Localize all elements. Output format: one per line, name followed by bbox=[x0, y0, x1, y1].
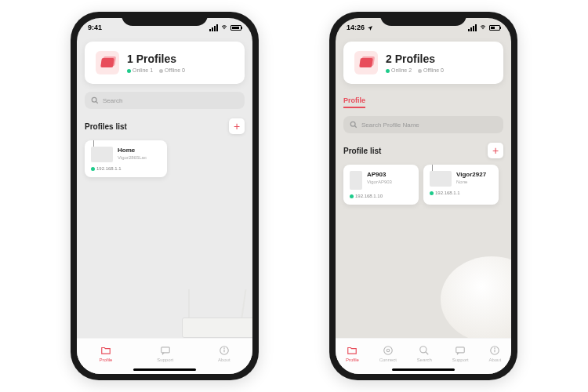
profiles-status-line: Online 1 Offline 0 bbox=[127, 67, 185, 73]
profiles-summary-text: 1 Profiles Online 1 Offline 0 bbox=[127, 53, 185, 73]
nav-item-support[interactable]: Support bbox=[157, 345, 173, 362]
search-icon bbox=[350, 121, 358, 129]
plus-icon: + bbox=[492, 144, 499, 157]
profile-card-ip: 192.168.1.10 bbox=[350, 194, 412, 198]
profile-list-title: Profiles list bbox=[85, 122, 127, 131]
battery-icon bbox=[230, 25, 241, 31]
offline-dot-icon bbox=[159, 69, 163, 73]
nav-item-about[interactable]: About bbox=[488, 345, 501, 362]
add-profile-button[interactable]: + bbox=[229, 118, 245, 134]
device-thumbnail-icon bbox=[430, 171, 452, 187]
profile-card-name: Home bbox=[118, 147, 147, 154]
online-dot-icon bbox=[386, 69, 390, 73]
online-dot-icon bbox=[430, 191, 434, 195]
svg-point-10 bbox=[420, 346, 426, 352]
offline-dot-icon bbox=[418, 69, 422, 73]
wifi-icon bbox=[479, 24, 487, 31]
profile-card[interactable]: AP903 VigorAP903 192.168.1.10 bbox=[343, 165, 419, 205]
search-input[interactable]: Search Profile Name bbox=[343, 116, 503, 133]
svg-line-1 bbox=[96, 101, 98, 103]
profile-card[interactable]: Vigor2927 None 192.168.1.1 bbox=[423, 165, 499, 205]
profile-list-header: Profiles list + bbox=[85, 118, 245, 134]
search-input[interactable]: Search bbox=[85, 92, 245, 109]
profiles-count-title: 2 Profiles bbox=[386, 53, 444, 65]
app-content: 2 Profiles Online 2 Offline 0 Profile Se… bbox=[336, 42, 511, 374]
svg-line-11 bbox=[426, 351, 429, 354]
connect-icon bbox=[383, 345, 394, 356]
nav-label: About bbox=[218, 358, 230, 362]
app-logo-icon bbox=[96, 51, 119, 74]
info-icon bbox=[489, 345, 500, 356]
phone-mockup-1: 9:41 1 Profiles Online 1 Offline 0 bbox=[71, 12, 259, 380]
svg-point-8 bbox=[384, 346, 393, 354]
profile-card-name: Vigor2927 bbox=[456, 171, 486, 178]
tab-profile[interactable]: Profile bbox=[343, 96, 365, 108]
wifi-icon bbox=[220, 24, 228, 31]
profile-card-list: Home Vigor2865Lac 192.168.1.1 bbox=[85, 140, 245, 177]
status-time: 9:41 bbox=[88, 24, 102, 31]
plus-icon: + bbox=[234, 120, 240, 132]
phone-mockup-2: 14:26 2 Profiles Online 2 Offline 0 bbox=[329, 12, 517, 380]
svg-point-0 bbox=[92, 97, 96, 102]
nav-label: Support bbox=[157, 358, 173, 362]
profiles-summary-card[interactable]: 2 Profiles Online 2 Offline 0 bbox=[343, 42, 503, 84]
signal-icon bbox=[209, 24, 218, 31]
nav-item-search[interactable]: Search bbox=[417, 345, 432, 362]
notch bbox=[122, 12, 208, 26]
profile-list-header: Profile list + bbox=[343, 143, 503, 158]
nav-item-support[interactable]: Support bbox=[452, 345, 469, 362]
profile-list-title: Profile list bbox=[343, 147, 381, 155]
nav-label: Support bbox=[452, 358, 469, 362]
chat-icon bbox=[455, 345, 466, 356]
nav-label: Connect bbox=[379, 358, 397, 362]
add-profile-button[interactable]: + bbox=[488, 143, 503, 158]
location-icon bbox=[367, 25, 373, 31]
tab-row: Profile bbox=[343, 92, 503, 108]
svg-point-6 bbox=[350, 122, 355, 126]
svg-point-15 bbox=[495, 347, 495, 348]
svg-point-9 bbox=[387, 349, 390, 352]
status-time: 14:26 bbox=[347, 24, 373, 31]
profile-card-name: AP903 bbox=[367, 171, 392, 178]
nav-label: Profile bbox=[346, 358, 359, 362]
home-indicator[interactable] bbox=[133, 368, 196, 371]
profile-card-ip: 192.168.1.1 bbox=[91, 166, 161, 171]
folder-icon bbox=[100, 345, 111, 356]
profile-card-model: VigorAP903 bbox=[367, 180, 392, 184]
info-icon bbox=[219, 345, 230, 356]
background-device-image bbox=[166, 299, 252, 338]
online-dot-icon bbox=[127, 69, 131, 73]
home-indicator[interactable] bbox=[392, 368, 455, 371]
online-dot-icon bbox=[350, 194, 354, 198]
device-thumbnail-icon bbox=[350, 171, 362, 190]
svg-rect-2 bbox=[161, 347, 169, 352]
screen: 9:41 1 Profiles Online 1 Offline 0 bbox=[77, 18, 252, 374]
search-placeholder: Search Profile Name bbox=[361, 122, 419, 129]
status-indicators bbox=[468, 24, 500, 31]
app-logo-icon bbox=[354, 51, 378, 74]
profile-card-model: None bbox=[456, 180, 486, 184]
chat-icon bbox=[160, 345, 171, 356]
screen: 14:26 2 Profiles Online 2 Offline 0 bbox=[336, 18, 511, 374]
online-dot-icon bbox=[91, 167, 95, 171]
profile-card[interactable]: Home Vigor2865Lac 192.168.1.1 bbox=[85, 140, 167, 177]
profiles-count-title: 1 Profiles bbox=[127, 53, 185, 65]
nav-item-profile[interactable]: Profile bbox=[346, 345, 359, 362]
profile-card-ip: 192.168.1.1 bbox=[430, 191, 492, 195]
search-placeholder: Search bbox=[103, 97, 122, 104]
profiles-summary-text: 2 Profiles Online 2 Offline 0 bbox=[386, 53, 444, 73]
notch bbox=[380, 12, 466, 26]
nav-label: Profile bbox=[99, 358, 112, 362]
app-content: 1 Profiles Online 1 Offline 0 Search Pro… bbox=[77, 42, 252, 374]
nav-item-connect[interactable]: Connect bbox=[379, 345, 397, 362]
nav-item-profile[interactable]: Profile bbox=[99, 345, 112, 362]
svg-rect-12 bbox=[456, 347, 465, 352]
signal-icon bbox=[468, 24, 477, 31]
search-icon bbox=[419, 345, 430, 356]
background-device-image bbox=[441, 256, 511, 343]
folder-icon bbox=[347, 345, 358, 356]
nav-item-about[interactable]: About bbox=[218, 345, 230, 362]
profile-card-model: Vigor2865Lac bbox=[118, 155, 147, 160]
battery-icon bbox=[489, 25, 500, 31]
profiles-summary-card[interactable]: 1 Profiles Online 1 Offline 0 bbox=[85, 42, 245, 84]
